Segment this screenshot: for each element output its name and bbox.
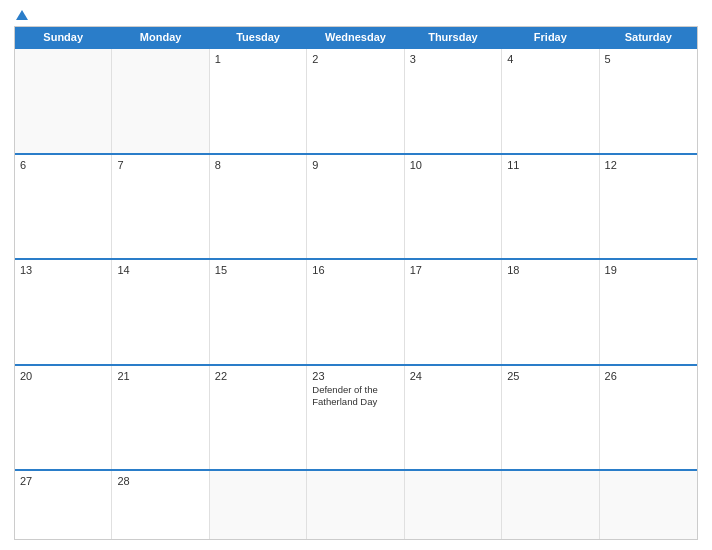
day-number: 4 [507, 53, 593, 65]
calendar-cell-4-5: 24 [405, 366, 502, 470]
day-number: 15 [215, 264, 301, 276]
calendar-week-5: 2728 [15, 469, 697, 539]
weekday-header-monday: Monday [112, 27, 209, 47]
calendar-cell-3-6: 18 [502, 260, 599, 364]
header [14, 10, 698, 20]
weekday-header-saturday: Saturday [600, 27, 697, 47]
day-number: 20 [20, 370, 106, 382]
calendar-cell-2-6: 11 [502, 155, 599, 259]
calendar-cell-3-7: 19 [600, 260, 697, 364]
day-number: 6 [20, 159, 106, 171]
calendar-cell-1-2 [112, 49, 209, 153]
day-number: 23 [312, 370, 398, 382]
day-number: 18 [507, 264, 593, 276]
calendar-week-1: 12345 [15, 47, 697, 153]
calendar-cell-2-1: 6 [15, 155, 112, 259]
calendar-cell-1-5: 3 [405, 49, 502, 153]
calendar-cell-1-1 [15, 49, 112, 153]
day-number: 24 [410, 370, 496, 382]
day-number: 17 [410, 264, 496, 276]
logo-triangle-icon [16, 10, 28, 20]
calendar-cell-1-3: 1 [210, 49, 307, 153]
calendar-cell-5-6 [502, 471, 599, 539]
logo [14, 10, 28, 20]
day-number: 11 [507, 159, 593, 171]
day-number: 1 [215, 53, 301, 65]
calendar-grid: SundayMondayTuesdayWednesdayThursdayFrid… [14, 26, 698, 540]
calendar-cell-4-3: 22 [210, 366, 307, 470]
day-number: 10 [410, 159, 496, 171]
calendar-page: SundayMondayTuesdayWednesdayThursdayFrid… [0, 0, 712, 550]
calendar-cell-4-1: 20 [15, 366, 112, 470]
calendar-cell-3-5: 17 [405, 260, 502, 364]
day-number: 16 [312, 264, 398, 276]
calendar-cell-4-6: 25 [502, 366, 599, 470]
calendar-cell-3-2: 14 [112, 260, 209, 364]
day-number: 14 [117, 264, 203, 276]
calendar-cell-5-4 [307, 471, 404, 539]
calendar-cell-3-1: 13 [15, 260, 112, 364]
day-number: 7 [117, 159, 203, 171]
weekday-header-friday: Friday [502, 27, 599, 47]
day-number: 9 [312, 159, 398, 171]
calendar-cell-2-5: 10 [405, 155, 502, 259]
calendar-cell-5-2: 28 [112, 471, 209, 539]
day-number: 26 [605, 370, 692, 382]
calendar-cell-5-3 [210, 471, 307, 539]
day-event: Defender of the Fatherland Day [312, 384, 398, 409]
calendar-cell-2-7: 12 [600, 155, 697, 259]
day-number: 8 [215, 159, 301, 171]
calendar-cell-1-6: 4 [502, 49, 599, 153]
day-number: 22 [215, 370, 301, 382]
calendar-week-2: 6789101112 [15, 153, 697, 259]
calendar-cell-5-7 [600, 471, 697, 539]
day-number: 21 [117, 370, 203, 382]
weekday-header-wednesday: Wednesday [307, 27, 404, 47]
weekday-header-sunday: Sunday [15, 27, 112, 47]
day-number: 13 [20, 264, 106, 276]
calendar-cell-3-3: 15 [210, 260, 307, 364]
day-number: 3 [410, 53, 496, 65]
calendar-cell-5-5 [405, 471, 502, 539]
calendar-cell-4-7: 26 [600, 366, 697, 470]
day-number: 19 [605, 264, 692, 276]
day-number: 2 [312, 53, 398, 65]
calendar-cell-5-1: 27 [15, 471, 112, 539]
calendar-cell-4-4: 23Defender of the Fatherland Day [307, 366, 404, 470]
calendar-week-3: 13141516171819 [15, 258, 697, 364]
calendar-cell-3-4: 16 [307, 260, 404, 364]
day-number: 28 [117, 475, 203, 487]
weekday-header-thursday: Thursday [405, 27, 502, 47]
weekday-header-tuesday: Tuesday [210, 27, 307, 47]
day-number: 27 [20, 475, 106, 487]
day-number: 12 [605, 159, 692, 171]
calendar-cell-2-4: 9 [307, 155, 404, 259]
day-number: 5 [605, 53, 692, 65]
calendar-cell-1-7: 5 [600, 49, 697, 153]
calendar-cell-4-2: 21 [112, 366, 209, 470]
calendar-cell-1-4: 2 [307, 49, 404, 153]
day-number: 25 [507, 370, 593, 382]
calendar-week-4: 20212223Defender of the Fatherland Day24… [15, 364, 697, 470]
calendar-cell-2-2: 7 [112, 155, 209, 259]
calendar-cell-2-3: 8 [210, 155, 307, 259]
weekday-header-row: SundayMondayTuesdayWednesdayThursdayFrid… [15, 27, 697, 47]
calendar-body: 1234567891011121314151617181920212223Def… [15, 47, 697, 539]
